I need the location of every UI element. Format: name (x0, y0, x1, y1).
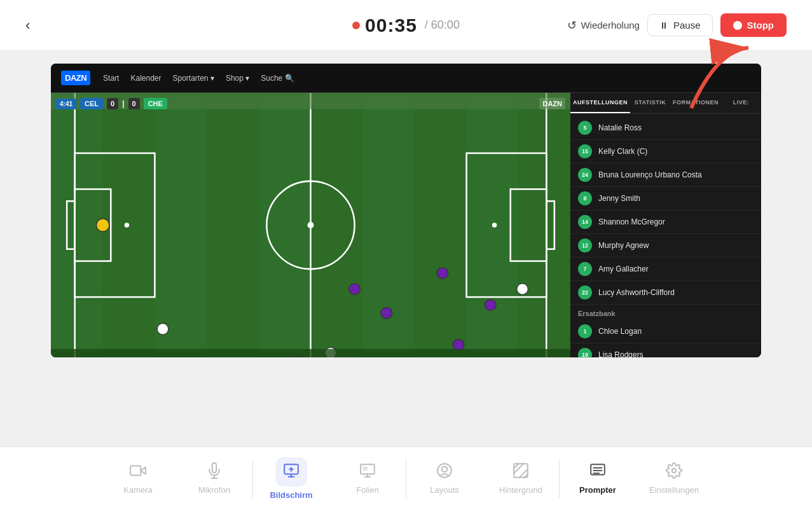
recording-dot (352, 22, 360, 29)
table-row: 8 Jenny Smith (570, 187, 761, 210)
top-bar: ‹ 00:35 / 60:00 ↺ Wiederholung ⏸ Pause S… (0, 0, 812, 51)
timer-area: 00:35 / 60:00 (352, 15, 460, 36)
sidebar-tabs: AUFSTELLUNGEN STATISTIK FORMATIONEN LIVE… (570, 93, 761, 114)
pause-label: Pause (673, 20, 701, 31)
mikrofon-label: Mikrofon (198, 485, 230, 495)
timer-total: / 60:00 (425, 18, 460, 32)
players-list: 5 Natalie Ross 15 Kelly Clark (C) 24 Bru… (570, 114, 761, 357)
toolbar-layouts[interactable]: Layouts (406, 456, 483, 501)
svg-rect-30 (51, 349, 570, 357)
team1-badge: CEL (80, 98, 103, 109)
player-name: Kelly Clark (C) (598, 147, 647, 156)
bench-section-label: Ersatzbank (570, 305, 761, 320)
player-number: 8 (578, 191, 592, 205)
player-number: 22 (578, 286, 592, 300)
nav-suche[interactable]: Suche 🔍 (261, 74, 294, 83)
tab-live[interactable]: LIVE: (721, 93, 761, 113)
svg-rect-2 (51, 93, 103, 357)
stop-icon (733, 21, 742, 30)
screen-icon (283, 462, 299, 479)
slides-icon (359, 462, 376, 479)
bottom-toolbar: Kamera Mikrofon Bildschirm Folien (0, 446, 812, 510)
player-name: Chloe Logan (598, 327, 642, 336)
dazn-nav: DAZN Start Kalender Sportarten Shop Such… (51, 64, 761, 93)
player-name: Lisa Rodgers (598, 350, 643, 357)
player-name: Shannon McGregor (598, 217, 665, 226)
svg-point-48 (672, 469, 677, 473)
svg-point-28 (97, 219, 109, 231)
mikrofon-icon-wrap (206, 462, 223, 481)
timer-display: 00:35 (365, 15, 417, 36)
toolbar-mikrofon[interactable]: Mikrofon (176, 456, 252, 501)
toolbar-folien[interactable]: Folien (329, 456, 406, 501)
svg-point-20 (349, 284, 361, 295)
kamera-icon-wrap (130, 462, 146, 481)
stop-button[interactable]: Stopp (720, 13, 787, 37)
player-name: Lucy Ashworth-Clifford (598, 288, 675, 297)
stop-label: Stopp (747, 20, 774, 31)
player-number: 14 (578, 215, 592, 229)
toolbar-einstellungen[interactable]: Einstellungen (636, 456, 712, 501)
bildschirm-icon-wrap (275, 457, 307, 486)
svg-point-24 (485, 300, 497, 311)
bildschirm-label: Bildschirm (270, 490, 312, 500)
pause-icon: ⏸ (659, 20, 668, 31)
folien-label: Folien (356, 485, 378, 495)
table-row: 22 Lucy Ashworth-Clifford (570, 281, 761, 305)
player-number: 7 (578, 262, 592, 276)
toolbar-prompter[interactable]: Prompter (560, 456, 636, 501)
mic-icon (206, 462, 223, 479)
replay-button[interactable]: ↺ Wiederholung (567, 18, 640, 32)
tab-aufstellungen[interactable]: AUFSTELLUNGEN (570, 93, 630, 113)
table-row: 7 Amy Gallacher (570, 258, 761, 281)
svg-rect-33 (130, 465, 141, 475)
score-bar: 4:41 CEL 0 | 0 CHE (56, 98, 167, 109)
video-area: DAZN MAKING CHRISTMAS M... 4:41 CEL 0 | … (51, 93, 570, 357)
back-icon: ‹ (25, 17, 30, 34)
einstellungen-icon-wrap (666, 462, 682, 481)
pause-button[interactable]: ⏸ Pause (647, 14, 713, 36)
team2-badge: CHE (144, 98, 167, 109)
player-number: 5 (578, 121, 592, 135)
top-controls: ↺ Wiederholung ⏸ Pause Stopp (567, 13, 787, 37)
tab-statistik[interactable]: STATISTIK (630, 93, 670, 113)
nav-shop[interactable]: Shop (226, 74, 249, 83)
back-button[interactable]: ‹ (25, 17, 30, 34)
player-number: 15 (578, 144, 592, 158)
nav-sportarten[interactable]: Sportarten (173, 74, 214, 83)
player-number: 1 (578, 324, 592, 338)
nav-kalender[interactable]: Kalender (130, 74, 161, 83)
replay-label: Wiederholung (581, 20, 640, 31)
toolbar-kamera[interactable]: Kamera (100, 456, 176, 501)
dazn-wrapper: DAZN Start Kalender Sportarten Shop Such… (51, 64, 761, 357)
background-icon (513, 462, 529, 479)
svg-point-22 (437, 268, 448, 279)
layouts-label: Layouts (430, 485, 459, 495)
svg-point-23 (453, 340, 464, 351)
screen-preview: DAZN Start Kalender Sportarten Shop Such… (51, 64, 761, 357)
toolbar-bildschirm[interactable]: Bildschirm (253, 451, 329, 506)
player-name: Amy Gallacher (598, 265, 649, 273)
score-sep: | (122, 99, 124, 108)
player-name: Natalie Ross (598, 123, 642, 132)
prompter-icon (589, 462, 606, 479)
settings-icon (666, 462, 682, 479)
einstellungen-label: Einstellungen (649, 485, 699, 495)
svg-point-25 (517, 284, 528, 295)
camera-icon (130, 462, 146, 479)
svg-point-17 (125, 223, 130, 228)
svg-point-18 (492, 223, 497, 228)
players-sidebar: AUFSTELLUNGEN STATISTIK FORMATIONEN LIVE… (570, 93, 761, 357)
main-content: DAZN Start Kalender Sportarten Shop Such… (0, 51, 812, 370)
video-sidebar: DAZN MAKING CHRISTMAS M... 4:41 CEL 0 | … (51, 93, 761, 357)
player-name: Murphy Agnew (598, 241, 649, 250)
score-team2: 0 (128, 98, 140, 109)
toolbar-hintergrund[interactable]: Hintergrund (483, 456, 559, 501)
svg-rect-40 (364, 467, 367, 470)
table-row: 15 Kelly Clark (C) (570, 140, 761, 163)
hintergrund-icon-wrap (513, 462, 529, 481)
tab-formationen[interactable]: FORMATIONEN (670, 93, 721, 113)
nav-start[interactable]: Start (103, 74, 119, 83)
score-team1: 0 (107, 98, 118, 109)
table-row: 19 Lisa Rodgers (570, 343, 761, 357)
